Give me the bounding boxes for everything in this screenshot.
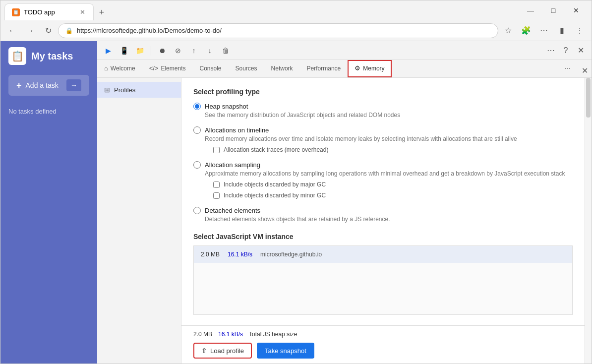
load-profile-label: Load profile <box>210 347 244 355</box>
tab-network-label: Network <box>271 65 293 72</box>
devtools-body: ⊞ Profiles Select profiling type Heap sn… <box>97 78 592 364</box>
devtools-close-button[interactable]: ✕ <box>574 44 588 58</box>
take-snapshot-label: Take snapshot <box>265 347 306 355</box>
detached-elements-desc: Detached elements shows objects that are… <box>205 216 573 223</box>
devtools-help-button[interactable]: ? <box>559 44 573 58</box>
address-bar[interactable]: 🔒 https://microsoftedge.github.io/Demos/… <box>58 23 498 38</box>
device-emulation-button[interactable]: 📱 <box>117 44 131 58</box>
scrollbar-thumb[interactable] <box>586 78 591 118</box>
load-profile-icon: ⇧ <box>201 347 207 355</box>
tab-title: TODO app <box>24 8 55 16</box>
bottom-actions: ⇧ Load profile Take snapshot <box>193 343 573 359</box>
allocation-sampling-desc: Approximate memory allocations by sampli… <box>205 170 573 177</box>
tab-elements[interactable]: </> Elements <box>142 60 193 77</box>
tab-performance-label: Performance <box>307 65 341 72</box>
tab-welcome-label: Welcome <box>111 65 135 72</box>
tab-more[interactable]: ⋯ <box>558 60 578 77</box>
back-button[interactable]: ← <box>4 23 20 39</box>
heap-snapshot-radio[interactable] <box>193 103 201 110</box>
app-header: 📋 My tasks <box>0 41 97 71</box>
vm-rate: 16.1 kB/s <box>228 251 252 258</box>
tab-sources[interactable]: Sources <box>229 60 264 77</box>
select-profiling-title: Select profiling type <box>193 88 573 96</box>
detached-elements-radio[interactable] <box>193 207 201 214</box>
memory-icon: ⚙ <box>355 64 360 72</box>
stop-button[interactable]: ⊘ <box>171 44 185 58</box>
devtools-detach-button[interactable]: ⋮ <box>572 23 588 39</box>
allocation-sampling-option: Allocation sampling Approximate memory a… <box>193 161 573 199</box>
detached-elements-label[interactable]: Detached elements <box>193 207 573 214</box>
tab-network[interactable]: Network <box>264 60 300 77</box>
allocation-stack-traces-checkbox[interactable] <box>213 147 220 153</box>
vm-instance-row[interactable]: 2.0 MB 16.1 kB/s microsoftedge.github.io <box>194 246 572 263</box>
profiles-sidebar-item[interactable]: ⊞ Profiles <box>97 82 181 98</box>
allocations-timeline-label[interactable]: Allocations on timeline <box>193 126 573 134</box>
tab-welcome[interactable]: ⌂ Welcome <box>97 60 142 77</box>
panel-close-button[interactable]: ✕ <box>578 63 592 77</box>
browser-tab[interactable]: 📋 TODO app ✕ <box>4 3 94 20</box>
delete-button[interactable]: 🗑 <box>219 44 233 58</box>
refresh-button[interactable]: ↻ <box>40 23 56 39</box>
sources-toggle-button[interactable]: 📁 <box>133 44 147 58</box>
tab-performance[interactable]: Performance <box>300 60 348 77</box>
tab-memory[interactable]: ⚙ Memory <box>348 60 391 77</box>
move-up-button[interactable]: ↑ <box>187 44 201 58</box>
include-major-gc-checkbox[interactable] <box>213 182 220 188</box>
allocation-stack-traces-option: Allocation stack traces (more overhead) <box>213 146 573 153</box>
record-button[interactable]: ⏺ <box>155 44 169 58</box>
bottom-stat-label: Total JS heap size <box>249 331 297 338</box>
tab-console[interactable]: Console <box>192 60 228 77</box>
profiles-sidebar: ⊞ Profiles <box>97 78 181 364</box>
tab-console-label: Console <box>199 65 221 72</box>
window-controls: — □ ✕ <box>519 2 588 18</box>
main-area: 📋 My tasks + Add a task → No tasks defin… <box>0 41 592 364</box>
devtools-toolbar: ▶ 📱 📁 ⏺ ⊘ ↑ ↓ 🗑 ⋯ ? ✕ <box>97 41 592 60</box>
allocation-sampling-label[interactable]: Allocation sampling <box>193 161 573 169</box>
include-minor-gc-label: Include objects discarded by minor GC <box>224 192 326 199</box>
devtools-header-right: ⋯ ? ✕ <box>544 44 588 58</box>
scrollbar-track[interactable] <box>585 78 592 364</box>
maximize-button[interactable]: □ <box>542 2 565 18</box>
sidebar-toggle-button[interactable]: ▮ <box>554 23 570 39</box>
inspect-element-button[interactable]: ▶ <box>101 44 115 58</box>
tab-elements-label: Elements <box>161 65 185 72</box>
favorites-button[interactable]: ☆ <box>500 23 516 39</box>
allocations-timeline-desc: Record memory allocations over time and … <box>205 135 573 142</box>
add-task-button[interactable]: + Add a task → <box>8 75 89 96</box>
app-title: My tasks <box>31 51 73 62</box>
welcome-icon: ⌂ <box>104 64 108 72</box>
heap-snapshot-desc: See the memory distribution of JavaScrip… <box>205 112 573 119</box>
include-major-gc-option: Include objects discarded by major GC <box>213 181 573 188</box>
plus-icon: + <box>16 80 22 91</box>
no-tasks-text: No tasks defined <box>0 100 97 123</box>
detached-elements-option: Detached elements Detached elements show… <box>193 207 573 223</box>
close-button[interactable]: ✕ <box>565 2 588 18</box>
add-task-label: Add a task <box>26 81 59 89</box>
heap-snapshot-label[interactable]: Heap snapshot <box>193 103 573 110</box>
url-text: https://microsoftedge.github.io/Demos/de… <box>77 27 222 34</box>
tab-memory-label: Memory <box>363 65 384 72</box>
minimize-button[interactable]: — <box>519 2 542 18</box>
allocations-timeline-radio[interactable] <box>193 126 201 134</box>
move-down-button[interactable]: ↓ <box>203 44 217 58</box>
title-bar: 📋 TODO app ✕ + — □ ✕ <box>0 0 592 20</box>
vm-url: microsoftedge.github.io <box>260 251 322 258</box>
devtools-more-button[interactable]: ⋯ <box>544 44 558 58</box>
devtools-panel: ▶ 📱 📁 ⏺ ⊘ ↑ ↓ 🗑 ⋯ ? ✕ ⌂ Welcome <box>97 41 592 364</box>
scrollbar[interactable] <box>585 78 592 364</box>
load-profile-button[interactable]: ⇧ Load profile <box>193 343 252 359</box>
elements-icon: </> <box>149 64 159 72</box>
take-snapshot-button[interactable]: Take snapshot <box>257 343 314 359</box>
devtools-tabs: ⌂ Welcome </> Elements Console Sources N… <box>97 60 592 78</box>
tab-close-button[interactable]: ✕ <box>78 8 86 16</box>
browser-menu-button[interactable]: ⋯ <box>536 23 552 39</box>
allocation-sampling-radio[interactable] <box>193 161 201 169</box>
forward-button[interactable]: → <box>22 23 38 39</box>
profiles-icon: ⊞ <box>104 86 110 94</box>
bottom-memory: 2.0 MB <box>193 331 212 338</box>
nav-actions: ☆ 🧩 ⋯ ▮ ⋮ <box>500 23 588 39</box>
heap-snapshot-text: Heap snapshot <box>205 103 248 110</box>
include-minor-gc-checkbox[interactable] <box>213 192 220 199</box>
extensions-button[interactable]: 🧩 <box>518 23 534 39</box>
new-tab-button[interactable]: + <box>94 4 110 20</box>
